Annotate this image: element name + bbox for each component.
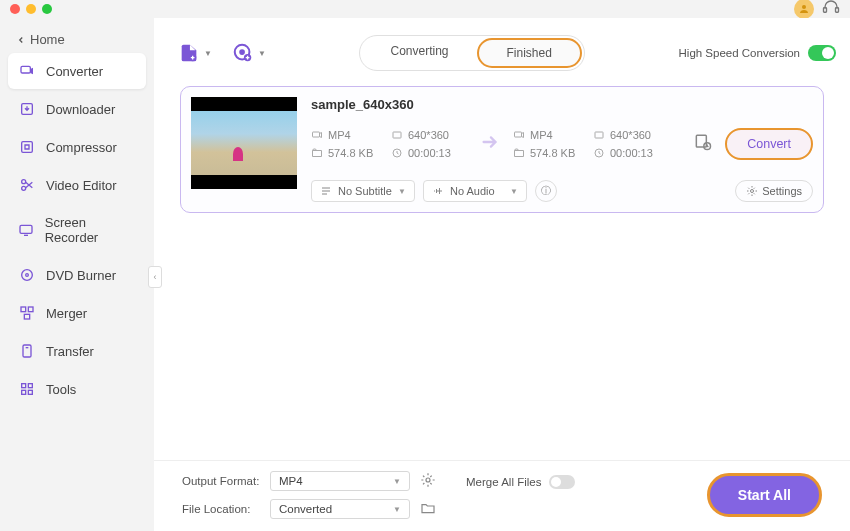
svg-rect-29 bbox=[697, 135, 707, 147]
toolbar: ▼ ▼ Converting Finished High Speed Conve… bbox=[168, 28, 836, 78]
sidebar-item-screen-recorder[interactable]: Screen Recorder bbox=[8, 205, 146, 255]
add-file-button[interactable]: ▼ bbox=[178, 42, 212, 64]
sidebar-item-downloader[interactable]: Downloader bbox=[8, 91, 146, 127]
window-maximize-button[interactable] bbox=[42, 4, 52, 14]
window-minimize-button[interactable] bbox=[26, 4, 36, 14]
video-thumbnail[interactable] bbox=[191, 97, 297, 189]
file-title: sample_640x360 bbox=[311, 97, 813, 112]
svg-point-7 bbox=[22, 186, 26, 190]
caret-down-icon: ▼ bbox=[204, 49, 212, 58]
svg-rect-13 bbox=[24, 314, 29, 319]
sidebar-item-label: DVD Burner bbox=[46, 268, 116, 283]
sidebar-item-tools[interactable]: Tools bbox=[8, 371, 146, 407]
audio-selector[interactable]: No Audio ▼ bbox=[423, 180, 527, 202]
merger-icon bbox=[18, 305, 36, 321]
home-link[interactable]: Home bbox=[8, 26, 146, 53]
svg-rect-17 bbox=[22, 390, 26, 394]
tools-icon bbox=[18, 381, 36, 397]
sidebar-item-label: Tools bbox=[46, 382, 76, 397]
output-preset-button[interactable] bbox=[693, 132, 713, 156]
content-area: ▼ ▼ Converting Finished High Speed Conve… bbox=[154, 18, 850, 531]
window-close-button[interactable] bbox=[10, 4, 20, 14]
sidebar-item-label: Merger bbox=[46, 306, 87, 321]
output-format-select[interactable]: MP4▼ bbox=[270, 471, 410, 491]
sidebar-item-label: Downloader bbox=[46, 102, 115, 117]
caret-down-icon: ▼ bbox=[258, 49, 266, 58]
sidebar-collapse-button[interactable]: ‹ bbox=[148, 266, 162, 288]
svg-point-21 bbox=[240, 50, 244, 54]
arrow-icon bbox=[471, 131, 509, 158]
window-titlebar bbox=[0, 0, 850, 18]
dst-duration: 00:00:13 bbox=[593, 147, 669, 159]
add-dvd-button[interactable]: ▼ bbox=[232, 42, 266, 64]
video-editor-icon bbox=[18, 177, 36, 193]
svg-rect-3 bbox=[21, 66, 30, 73]
start-all-button[interactable]: Start All bbox=[707, 473, 822, 517]
svg-rect-12 bbox=[28, 307, 33, 312]
svg-point-10 bbox=[26, 274, 29, 277]
compressor-icon bbox=[18, 139, 36, 155]
src-size: 574.8 KB bbox=[311, 147, 387, 159]
svg-rect-14 bbox=[23, 345, 31, 357]
svg-rect-8 bbox=[20, 225, 32, 233]
sidebar-item-label: Compressor bbox=[46, 140, 117, 155]
svg-point-0 bbox=[802, 5, 806, 9]
sidebar-item-label: Screen Recorder bbox=[45, 215, 136, 245]
main-layout: Home Converter Downloader Compressor Vid… bbox=[0, 18, 850, 531]
svg-rect-23 bbox=[313, 132, 320, 137]
convert-button[interactable]: Convert bbox=[725, 128, 813, 160]
svg-rect-26 bbox=[515, 132, 522, 137]
converter-icon bbox=[18, 63, 36, 79]
src-format: MP4 bbox=[311, 129, 387, 141]
sidebar-item-transfer[interactable]: Transfer bbox=[8, 333, 146, 369]
sidebar-item-merger[interactable]: Merger bbox=[8, 295, 146, 331]
sidebar: Home Converter Downloader Compressor Vid… bbox=[0, 18, 154, 531]
dst-format: MP4 bbox=[513, 129, 589, 141]
support-icon[interactable] bbox=[822, 0, 840, 20]
dvd-burner-icon bbox=[18, 267, 36, 283]
dst-size: 574.8 KB bbox=[513, 147, 589, 159]
svg-rect-11 bbox=[21, 307, 26, 312]
open-folder-icon[interactable] bbox=[420, 500, 436, 518]
tab-segmented-control: Converting Finished bbox=[359, 35, 584, 71]
sidebar-item-label: Video Editor bbox=[46, 178, 117, 193]
sidebar-item-converter[interactable]: Converter bbox=[8, 53, 146, 89]
tab-finished[interactable]: Finished bbox=[477, 38, 582, 68]
downloader-icon bbox=[18, 101, 36, 117]
tab-converting[interactable]: Converting bbox=[362, 38, 476, 68]
sidebar-item-video-editor[interactable]: Video Editor bbox=[8, 167, 146, 203]
file-location-label: File Location: bbox=[182, 503, 260, 515]
file-card: sample_640x360 MP4 574.8 KB 640*360 00:0… bbox=[180, 86, 824, 213]
src-resolution: 640*360 bbox=[391, 129, 467, 141]
sidebar-item-compressor[interactable]: Compressor bbox=[8, 129, 146, 165]
file-location-select[interactable]: Converted▼ bbox=[270, 499, 410, 519]
dst-resolution: 640*360 bbox=[593, 129, 669, 141]
settings-button[interactable]: Settings bbox=[735, 180, 813, 202]
output-settings-icon[interactable] bbox=[420, 472, 436, 490]
merge-toggle[interactable] bbox=[549, 475, 575, 489]
svg-point-9 bbox=[22, 270, 33, 281]
svg-rect-27 bbox=[595, 132, 603, 138]
high-speed-label: High Speed Conversion bbox=[679, 47, 800, 59]
svg-rect-15 bbox=[22, 384, 26, 388]
output-format-label: Output Format: bbox=[182, 475, 260, 487]
sidebar-item-label: Converter bbox=[46, 64, 103, 79]
svg-point-32 bbox=[426, 478, 430, 482]
svg-rect-16 bbox=[28, 384, 32, 388]
merge-label: Merge All Files bbox=[466, 476, 541, 488]
svg-rect-18 bbox=[28, 390, 32, 394]
home-label: Home bbox=[30, 32, 65, 47]
svg-point-6 bbox=[22, 180, 26, 184]
transfer-icon bbox=[18, 343, 36, 359]
svg-point-31 bbox=[751, 190, 754, 193]
screen-recorder-icon bbox=[18, 222, 35, 238]
sidebar-item-label: Transfer bbox=[46, 344, 94, 359]
user-avatar[interactable] bbox=[794, 0, 814, 19]
src-duration: 00:00:13 bbox=[391, 147, 467, 159]
high-speed-toggle[interactable] bbox=[808, 45, 836, 61]
subtitle-selector[interactable]: No Subtitle ▼ bbox=[311, 180, 415, 202]
svg-rect-5 bbox=[22, 142, 33, 153]
info-button[interactable]: ⓘ bbox=[535, 180, 557, 202]
footer: Output Format: MP4▼ File Location: Conve… bbox=[154, 460, 850, 531]
sidebar-item-dvd-burner[interactable]: DVD Burner bbox=[8, 257, 146, 293]
